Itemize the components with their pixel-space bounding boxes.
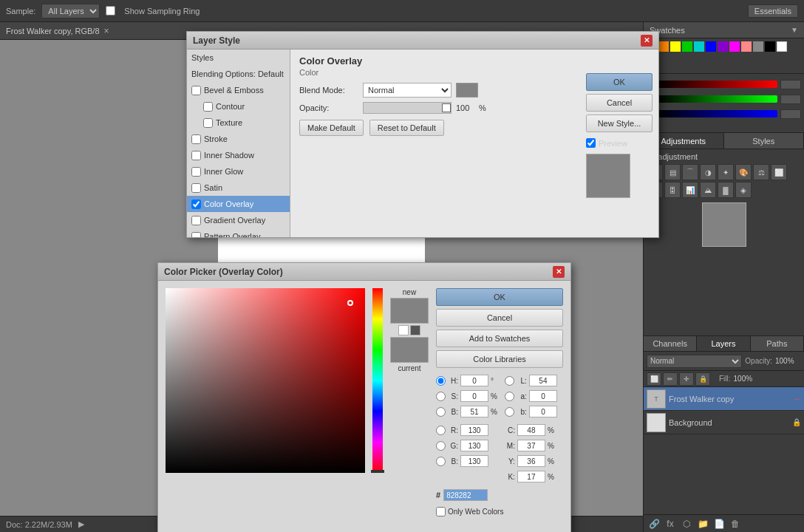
- g-value[interactable]: [780, 95, 801, 104]
- ls-item-blending-options[interactable]: Blending Options: Default: [187, 66, 290, 82]
- cp-gradient-box[interactable]: [166, 288, 365, 473]
- ls-item-contour[interactable]: Contour: [199, 98, 290, 115]
- swatch-blue[interactable]: [706, 41, 716, 52]
- adj-icon-levels[interactable]: ▤: [664, 164, 681, 180]
- ls-check-stroke[interactable]: [191, 134, 201, 144]
- ls-reset-default-btn[interactable]: Reset to Default: [369, 120, 444, 136]
- cp-new-color[interactable]: [390, 298, 429, 324]
- cp-radio-b2[interactable]: [436, 457, 446, 466]
- add-style-btn[interactable]: fx: [663, 517, 678, 531]
- ls-item-inner-shadow[interactable]: Inner Shadow: [187, 147, 290, 163]
- ls-check-inner-glow[interactable]: [191, 167, 201, 177]
- adj-icon-hue[interactable]: 🎨: [735, 164, 752, 180]
- ls-ok-btn[interactable]: OK: [586, 73, 653, 91]
- lock-all-btn[interactable]: 🔒: [695, 372, 710, 386]
- r-value[interactable]: [780, 80, 801, 89]
- cp-radio-r[interactable]: [436, 426, 446, 435]
- ls-check-gradient-overlay[interactable]: [191, 216, 201, 225]
- ls-preview-checkbox[interactable]: [586, 138, 596, 148]
- status-arrow[interactable]: ▶: [78, 519, 84, 529]
- cp-add-swatches-btn[interactable]: Add to Swatches: [436, 330, 563, 347]
- cp-radio-b3[interactable]: [505, 407, 514, 417]
- layer-style-close-btn[interactable]: ✕: [641, 35, 653, 47]
- ls-item-satin[interactable]: Satin: [187, 180, 290, 196]
- cp-radio-s[interactable]: [436, 392, 446, 401]
- lock-image-btn[interactable]: ✏: [663, 372, 678, 386]
- swatches-menu-arrow[interactable]: ▼: [791, 26, 798, 34]
- g-slider-track[interactable]: [657, 95, 777, 103]
- lock-position-btn[interactable]: ✛: [679, 372, 694, 386]
- canvas-tab-close[interactable]: ×: [104, 26, 109, 36]
- adj-icon-bw[interactable]: ⬜: [771, 164, 787, 180]
- cp-radio-a[interactable]: [505, 392, 514, 401]
- cp-input-g[interactable]: 130: [460, 440, 488, 451]
- ls-make-default-btn[interactable]: Make Default: [299, 120, 364, 136]
- sample-select[interactable]: All Layers: [41, 4, 100, 18]
- tab-styles[interactable]: Styles: [724, 133, 805, 149]
- cp-radio-g[interactable]: [436, 441, 446, 451]
- adj-icon-selective[interactable]: ◈: [735, 182, 752, 198]
- cp-hue-strip[interactable]: [372, 288, 383, 473]
- adj-icon-exposure[interactable]: ◑: [700, 164, 716, 180]
- adj-icon-color-balance[interactable]: ⚖: [753, 164, 769, 180]
- cp-radio-l[interactable]: [505, 376, 514, 386]
- cp-ok-btn[interactable]: OK: [436, 288, 563, 306]
- link-layers-btn[interactable]: 🔗: [647, 517, 661, 531]
- cp-input-b[interactable]: 51: [460, 406, 488, 417]
- cp-input-k[interactable]: 17: [517, 471, 545, 482]
- swatch-black[interactable]: [765, 41, 775, 52]
- ls-check-satin[interactable]: [191, 183, 201, 193]
- swatch-gray[interactable]: [753, 41, 763, 52]
- lock-transparent-btn[interactable]: ⬜: [647, 372, 661, 386]
- ls-item-texture[interactable]: Texture: [199, 115, 290, 131]
- cp-radio-b[interactable]: [436, 407, 446, 417]
- cp-only-web-checkbox[interactable]: [436, 507, 446, 516]
- tab-paths[interactable]: Paths: [751, 336, 804, 351]
- adj-icon-curves[interactable]: ⌒: [682, 164, 698, 180]
- layer-row-background[interactable]: Background 🔒: [644, 411, 804, 434]
- ls-check-color-overlay[interactable]: [191, 200, 201, 209]
- b-value[interactable]: [780, 109, 801, 119]
- r-slider-track[interactable]: [657, 81, 777, 88]
- cp-input-s[interactable]: 0: [460, 390, 488, 402]
- cp-input-l[interactable]: 54: [529, 375, 557, 386]
- cp-input-a[interactable]: 0: [529, 390, 557, 402]
- cp-alert-cube-icon[interactable]: [410, 325, 420, 335]
- delete-layer-btn[interactable]: 🗑: [728, 517, 743, 531]
- swatch-violet[interactable]: [718, 41, 728, 52]
- swatch-cyan[interactable]: [694, 41, 704, 52]
- tab-channels[interactable]: Channels: [644, 336, 697, 351]
- ls-item-gradient-overlay[interactable]: Gradient Overlay: [187, 212, 290, 228]
- cp-input-c[interactable]: 48: [517, 424, 545, 436]
- blend-mode-select[interactable]: Normal: [647, 355, 742, 368]
- cp-input-y[interactable]: 36: [517, 455, 545, 467]
- new-layer-btn[interactable]: 📄: [712, 517, 726, 531]
- cp-close-btn[interactable]: ✕: [553, 266, 565, 278]
- cp-hex-input[interactable]: 828282: [443, 489, 488, 501]
- cp-input-r[interactable]: 130: [460, 424, 488, 436]
- adj-icon-gradient-map[interactable]: ▓: [718, 182, 734, 198]
- show-sampling-ring-checkbox[interactable]: [106, 6, 115, 16]
- add-mask-btn[interactable]: ⬡: [679, 517, 694, 531]
- ls-check-inner-shadow[interactable]: [191, 151, 201, 160]
- ls-item-stroke[interactable]: Stroke: [187, 131, 290, 147]
- b-slider-track[interactable]: [657, 110, 777, 117]
- swatch-magenta[interactable]: [729, 41, 740, 52]
- ls-new-style-btn[interactable]: New Style...: [586, 115, 653, 132]
- ls-check-pattern-overlay[interactable]: [191, 232, 201, 238]
- cp-input-b3[interactable]: 0: [529, 406, 557, 417]
- ls-item-styles[interactable]: Styles: [187, 50, 290, 66]
- swatch-green[interactable]: [682, 41, 692, 52]
- ls-item-color-overlay[interactable]: Color Overlay: [187, 196, 290, 212]
- adj-icon-vibrance[interactable]: ✦: [718, 164, 734, 180]
- essentials-button[interactable]: Essentials: [748, 4, 798, 18]
- cp-input-b2[interactable]: 130: [460, 455, 488, 467]
- ls-check-bevel[interactable]: [191, 86, 201, 95]
- ls-item-inner-glow[interactable]: Inner Glow: [187, 163, 290, 180]
- adj-icon-mixer[interactable]: 🎛: [664, 182, 681, 198]
- cp-web-cube-icon[interactable]: [398, 325, 409, 335]
- swatch-orange[interactable]: [658, 41, 669, 52]
- ls-check-contour[interactable]: [203, 102, 213, 112]
- adj-icon-threshold[interactable]: ⛰: [700, 182, 716, 198]
- adj-icon-posterize[interactable]: 📊: [682, 182, 698, 198]
